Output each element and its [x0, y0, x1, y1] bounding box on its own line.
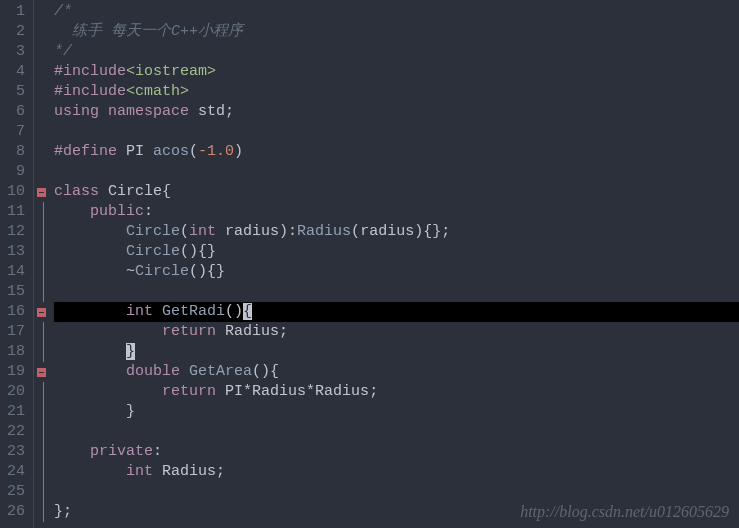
code-line[interactable]: Circle(int radius):Radius(radius){}; — [54, 222, 739, 242]
line-number: 4 — [4, 62, 25, 82]
fold-marker — [34, 382, 48, 402]
token-func: GetRadi — [162, 303, 225, 320]
fold-line-icon — [43, 422, 44, 442]
fold-marker — [34, 122, 48, 142]
token-keyword: class — [54, 183, 108, 200]
line-number: 1 — [4, 2, 25, 22]
code-line[interactable] — [54, 122, 739, 142]
code-line[interactable]: int Radius; — [54, 462, 739, 482]
fold-minus-icon[interactable] — [37, 368, 46, 377]
token-keyword: namespace — [108, 103, 198, 120]
token-punct: ; — [369, 383, 378, 400]
line-number: 14 — [4, 262, 25, 282]
token-ident: PI — [126, 143, 153, 160]
fold-column — [34, 0, 48, 528]
token-keyword: return — [162, 383, 225, 400]
token-punct: ; — [279, 323, 288, 340]
token-keyword: public — [90, 203, 144, 220]
line-number: 10 — [4, 182, 25, 202]
fold-line-icon — [43, 462, 44, 482]
fold-marker — [34, 462, 48, 482]
code-line[interactable]: #define PI acos(-1.0) — [54, 142, 739, 162]
fold-marker[interactable] — [34, 182, 48, 202]
fold-line-icon — [43, 342, 44, 362]
fold-minus-icon[interactable] — [37, 188, 46, 197]
line-number: 18 — [4, 342, 25, 362]
token-brace-hl: } — [126, 343, 135, 360]
line-number: 23 — [4, 442, 25, 462]
token-ident: radius — [360, 223, 414, 240]
code-line[interactable]: return PI*Radius*Radius; — [54, 382, 739, 402]
token-punct: : — [144, 203, 153, 220]
fold-marker — [34, 322, 48, 342]
line-number: 13 — [4, 242, 25, 262]
fold-line-icon — [43, 282, 44, 302]
token-ident — [54, 383, 162, 400]
code-line[interactable]: private: — [54, 442, 739, 462]
code-line[interactable]: using namespace std; — [54, 102, 739, 122]
token-func: Circle — [126, 223, 180, 240]
token-ident: Circle — [108, 183, 162, 200]
fold-marker — [34, 262, 48, 282]
line-number: 24 — [4, 462, 25, 482]
code-line[interactable]: #include<cmath> — [54, 82, 739, 102]
token-ident — [54, 323, 162, 340]
line-number: 25 — [4, 482, 25, 502]
code-line[interactable]: } — [54, 402, 739, 422]
code-line[interactable]: class Circle{ — [54, 182, 739, 202]
token-func: acos — [153, 143, 189, 160]
code-line[interactable]: return Radius; — [54, 322, 739, 342]
code-line[interactable]: /* — [54, 2, 739, 22]
fold-marker — [34, 442, 48, 462]
token-func: Radius — [297, 223, 351, 240]
line-number: 2 — [4, 22, 25, 42]
token-ident — [54, 363, 126, 380]
fold-line-icon — [43, 442, 44, 462]
token-ident: Radius — [225, 323, 279, 340]
code-line[interactable]: public: — [54, 202, 739, 222]
token-func: Circle — [126, 243, 180, 260]
fold-marker — [34, 282, 48, 302]
code-line[interactable] — [54, 482, 739, 502]
token-type: int — [126, 463, 162, 480]
code-line[interactable] — [54, 162, 739, 182]
fold-marker — [34, 102, 48, 122]
fold-marker[interactable] — [34, 362, 48, 382]
token-brace-hl: { — [243, 303, 252, 320]
token-ident: Radius — [252, 383, 306, 400]
token-punct: ) — [234, 143, 243, 160]
token-keyword: return — [162, 323, 225, 340]
token-punct: * — [306, 383, 315, 400]
code-line[interactable]: double GetArea(){ — [54, 362, 739, 382]
fold-marker — [34, 222, 48, 242]
token-punct: ( — [189, 143, 198, 160]
token-punct: : — [153, 443, 162, 460]
fold-marker[interactable] — [34, 302, 48, 322]
fold-line-icon — [43, 402, 44, 422]
token-punct: (){} — [189, 263, 225, 280]
code-line[interactable]: 练手 每天一个C++小程序 — [54, 22, 739, 42]
line-number: 17 — [4, 322, 25, 342]
line-number: 22 — [4, 422, 25, 442]
token-punct: ( — [180, 223, 189, 240]
token-ident — [54, 463, 126, 480]
code-line[interactable]: } — [54, 342, 739, 362]
code-line[interactable]: ~Circle(){} — [54, 262, 739, 282]
code-line[interactable]: */ — [54, 42, 739, 62]
code-line[interactable] — [54, 422, 739, 442]
code-line[interactable]: int GetRadi(){ — [54, 302, 739, 322]
line-number: 12 — [4, 222, 25, 242]
code-line[interactable]: Circle(){} — [54, 242, 739, 262]
token-preproc: #include — [54, 63, 126, 80]
code-area[interactable]: /* 练手 每天一个C++小程序*/#include<iostream>#inc… — [48, 0, 739, 528]
fold-marker — [34, 162, 48, 182]
code-line[interactable] — [54, 282, 739, 302]
fold-minus-icon[interactable] — [37, 308, 46, 317]
fold-line-icon — [43, 202, 44, 222]
line-number: 20 — [4, 382, 25, 402]
code-editor[interactable]: 1 2 3 4 5 6 7 8 9 10 11 12 13 14 15 16 1… — [0, 0, 739, 528]
line-number: 26 — [4, 502, 25, 522]
code-line[interactable]: #include<iostream> — [54, 62, 739, 82]
token-punct: () — [225, 303, 243, 320]
token-func: Circle — [135, 263, 189, 280]
